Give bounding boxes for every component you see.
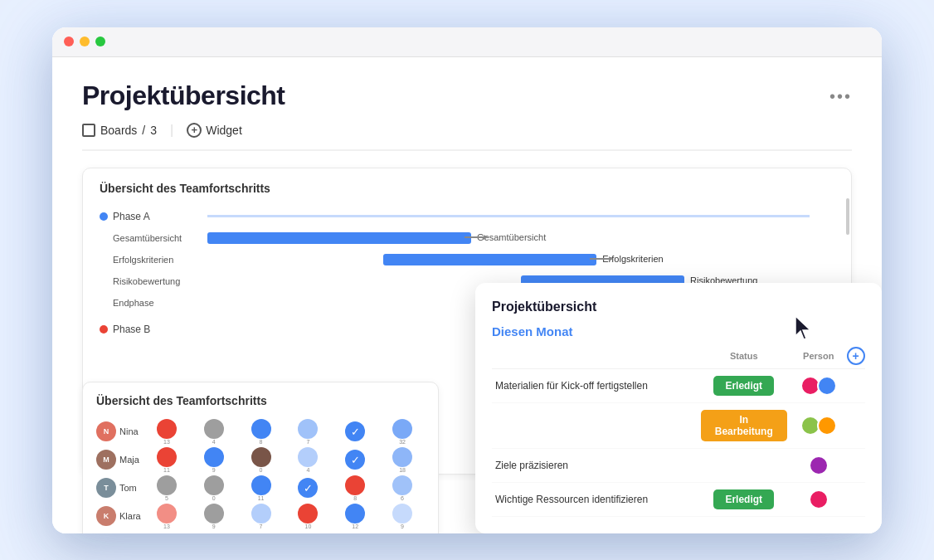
task-person-1: [790, 368, 847, 402]
task-status-2: In Bearbeitung: [698, 402, 791, 448]
phase-a-dot: [100, 212, 108, 221]
task-person-4: [790, 482, 847, 516]
task-person-3: [790, 448, 847, 482]
widget-label: Widget: [206, 124, 242, 137]
gantt-phase-a-row: Phase A: [100, 207, 834, 226]
avatar-klara: K: [96, 506, 116, 526]
cursor-arrow: [792, 313, 815, 343]
task-name-2: [492, 402, 698, 448]
col-status-header: Status: [698, 347, 791, 369]
name-maja: Maja: [119, 455, 139, 465]
gantt-bar-erfolgskriterien: [383, 254, 596, 265]
page-header: Projektübersicht •••: [82, 80, 852, 111]
status-badge-2: In Bearbeitung: [701, 410, 788, 441]
divider: |: [170, 123, 173, 138]
breadcrumb[interactable]: Boards / 3: [82, 124, 157, 137]
table-row: In Bearbeitung: [492, 402, 865, 448]
team-member-maja: M Maja: [96, 447, 142, 473]
more-button[interactable]: •••: [829, 87, 852, 106]
task-table: Status Person +: [492, 347, 865, 517]
add-widget-button[interactable]: + Widget: [187, 123, 242, 138]
board-icon: [82, 124, 95, 137]
task-status-3: [698, 448, 791, 482]
team-member-nina: N Nina: [96, 419, 142, 445]
browser-titlebar: [52, 27, 882, 57]
add-col-button[interactable]: +: [847, 347, 865, 365]
col-add: +: [847, 347, 866, 369]
avatar-maja: M: [96, 450, 116, 470]
team-card: Übersicht des Teamfortschritts N Nina 13…: [82, 382, 439, 533]
name-klara: Klara: [119, 511, 141, 521]
status-badge-1: Erledigt: [713, 376, 774, 396]
team-grid: N Nina 13 4 8: [96, 419, 425, 529]
col-person-header: Person: [790, 347, 847, 369]
scrollbar[interactable]: [846, 198, 849, 235]
minimize-dot[interactable]: [80, 37, 90, 46]
avatar-nina: N: [96, 421, 116, 441]
phase-a-label: Phase A: [100, 211, 207, 222]
close-dot[interactable]: [64, 37, 74, 46]
name-tom: Tom: [119, 483, 137, 493]
team-member-tom: T Tom: [96, 475, 142, 501]
name-nina: Nina: [119, 426, 139, 436]
page-title: Projektübersicht: [82, 80, 285, 111]
gantt-row-erfolgskriterien: Erfolgskriterien Erfolgskriterien: [100, 250, 834, 270]
gantt-row-gesamtuebersicht: Gesamtübersicht Gesamtübersicht: [100, 228, 834, 248]
breadcrumb-number: 3: [150, 124, 157, 137]
gantt-bar-gesamtuebersicht: [207, 232, 471, 244]
table-row: Materialien für Kick-off fertigstellen E…: [492, 368, 865, 402]
task-name-1: Materialien für Kick-off fertigstellen: [492, 368, 698, 402]
maximize-dot[interactable]: [95, 37, 105, 46]
task-status-4: Erledigt: [698, 482, 791, 516]
table-row: Wichtige Ressourcen identifizieren Erled…: [492, 482, 865, 516]
team-member-klara: K Klara: [96, 504, 142, 529]
add-circle-icon: +: [187, 123, 202, 138]
task-status-1: Erledigt: [698, 368, 791, 402]
team-card-title: Übersicht des Teamfortschritts: [96, 394, 425, 407]
table-row: Ziele präzisieren: [492, 448, 865, 482]
col-task: [492, 347, 698, 369]
status-badge-4: Erledigt: [713, 489, 774, 509]
phase-b-dot: [100, 325, 108, 334]
breadcrumb-sep: /: [142, 124, 145, 137]
task-name-3: Ziele präzisieren: [492, 448, 698, 482]
floating-card: Projektübersicht Diesen Monat Status Per…: [475, 283, 882, 533]
task-name-4: Wichtige Ressourcen identifizieren: [492, 482, 698, 516]
breadcrumb-bar: Boards / 3 | + Widget: [82, 123, 852, 151]
svg-marker-0: [795, 316, 810, 339]
gantt-card-title: Übersicht des Teamfortschritts: [100, 182, 834, 195]
avatar-tom: T: [96, 478, 116, 498]
boards-label: Boards: [100, 124, 137, 137]
task-person-2: [790, 402, 847, 448]
